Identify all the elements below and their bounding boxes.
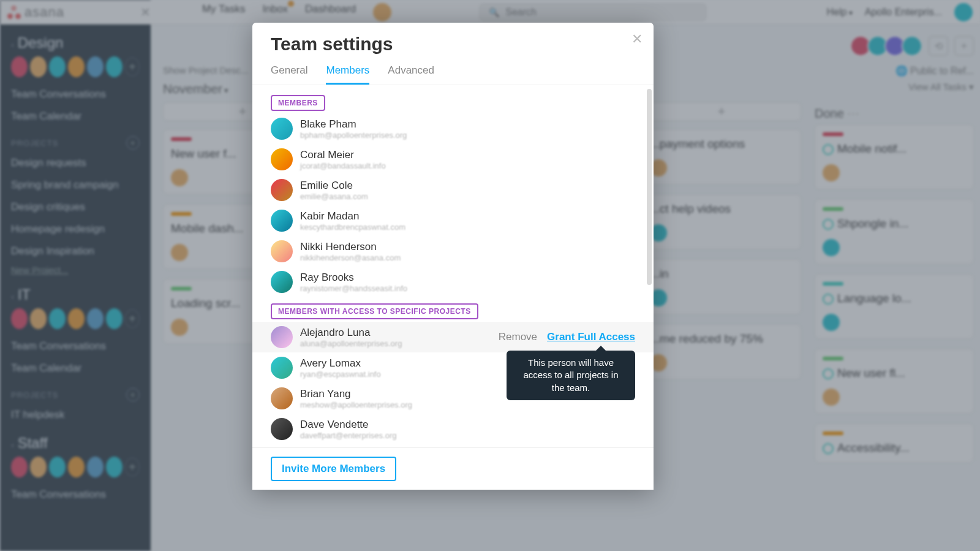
avatar bbox=[271, 240, 293, 262]
member-row[interactable]: Ray Brooksraynistomer@handsseasit.info bbox=[271, 267, 635, 297]
member-row[interactable]: Dave Vendettedaveffpart@enterprises.org bbox=[271, 414, 635, 444]
member-row[interactable]: Kabir Madankescythardbrencpaswnat.com bbox=[271, 205, 635, 236]
modal-title: Team settings bbox=[271, 34, 635, 55]
member-row[interactable]: Brian Yangmeshow@apolloenterprises.org bbox=[271, 383, 635, 414]
team-settings-modal: ✕ Team settings General Members Advanced… bbox=[252, 23, 654, 490]
tab-advanced[interactable]: Advanced bbox=[388, 64, 434, 85]
grant-full-access-link[interactable]: Grant Full Access bbox=[547, 331, 635, 343]
avatar bbox=[271, 418, 293, 440]
member-row[interactable]: Alejandro Lunaaluna@apolloenterprises.or… bbox=[252, 322, 654, 352]
close-icon[interactable]: ✕ bbox=[631, 31, 643, 47]
invite-more-members-button[interactable]: Invite More Members bbox=[271, 457, 396, 481]
avatar bbox=[271, 148, 293, 170]
avatar bbox=[271, 271, 293, 293]
member-row[interactable]: Avery Lomaxryan@escpaswnat.info bbox=[271, 352, 635, 383]
tab-members[interactable]: Members bbox=[326, 64, 369, 85]
member-row[interactable]: Nikki Hendersonnikkihenderson@asana.com bbox=[271, 236, 635, 267]
avatar bbox=[271, 326, 293, 348]
member-row[interactable]: Blake Phambpham@apolloenterprises.org bbox=[271, 113, 635, 144]
member-row[interactable]: Emilie Coleemilie@asana.com bbox=[271, 175, 635, 205]
remove-link[interactable]: Remove bbox=[499, 331, 537, 343]
section-label-guests: MEMBERS WITH ACCESS TO SPECIFIC PROJECTS bbox=[271, 303, 478, 319]
member-row[interactable]: Coral Meierjcorat@bandassault.info bbox=[271, 144, 635, 175]
section-label-members: MEMBERS bbox=[271, 95, 325, 111]
modal-body: MEMBERS Blake Phambpham@apolloenterprise… bbox=[252, 85, 654, 447]
avatar bbox=[271, 118, 293, 140]
tab-general[interactable]: General bbox=[271, 64, 307, 85]
avatar bbox=[271, 179, 293, 201]
avatar bbox=[271, 387, 293, 409]
avatar bbox=[271, 210, 293, 232]
modal-tabs: General Members Advanced bbox=[252, 55, 654, 85]
avatar bbox=[271, 357, 293, 379]
